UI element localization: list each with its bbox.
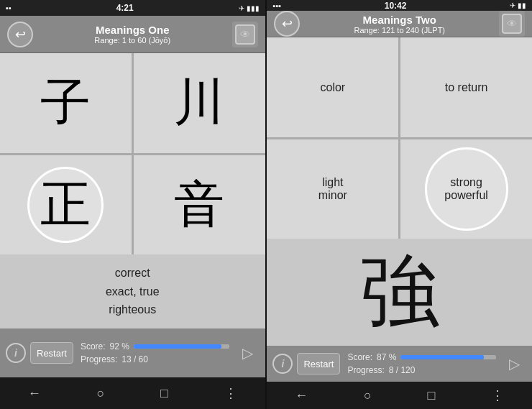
- signal-icon-two: ▪▪▪: [272, 1, 281, 10]
- meaning-cell-text-0: color: [321, 81, 346, 94]
- kanji-large-char: 強: [360, 239, 439, 346]
- info-button-two[interactable]: i: [272, 354, 293, 374]
- score-value-one: 92 %: [110, 341, 129, 351]
- status-icons-right-two: ✈ ▮▮: [510, 1, 526, 9]
- meaning-area-one: correct exact, true righteous: [0, 254, 265, 328]
- meaning-cell-text-3: strongpowerful: [444, 176, 487, 202]
- title-sub-two: Range: 121 to 240 (JLPT): [306, 26, 493, 35]
- bottom-bar-one: i Restart Score: 92 % Progress: 13 / 60 …: [0, 328, 265, 377]
- nav-menu-one[interactable]: ⋮: [219, 380, 243, 407]
- title-sub-one: Range: 1 to 60 (Jōyō): [39, 36, 226, 45]
- nav-menu-two[interactable]: ⋮: [485, 382, 510, 409]
- back-button-two[interactable]: ↩: [274, 11, 300, 37]
- kanji-large-area: 強: [267, 239, 532, 346]
- airplane-icon: ✈: [239, 4, 244, 12]
- signal-icon: ▪▪: [6, 4, 12, 12]
- app-header-one: ↩ Meanings One Range: 1 to 60 (Jōyō) 👁: [0, 16, 265, 53]
- meaning-line-3: righteous: [106, 300, 160, 319]
- kanji-char-0: 子: [40, 69, 91, 137]
- nav-home-one[interactable]: ○: [91, 380, 111, 407]
- score-label-one: Score:: [81, 341, 106, 351]
- nav-back-two[interactable]: ←: [289, 382, 313, 409]
- title-main-one: Meanings One: [39, 24, 226, 36]
- progress-label-two: Progress:: [347, 365, 384, 375]
- meaning-line-1: correct: [106, 264, 160, 282]
- header-title-one: Meanings One Range: 1 to 60 (Jōyō): [39, 24, 226, 45]
- nav-home-two[interactable]: ○: [358, 382, 377, 409]
- nav-bar-one: ← ○ □ ⋮: [0, 377, 265, 409]
- meaning-text-one: correct exact, true righteous: [106, 264, 160, 319]
- settings-icon-two: 👁: [502, 14, 522, 34]
- settings-button-two[interactable]: 👁: [499, 11, 525, 37]
- score-value-two: 87 %: [377, 352, 396, 362]
- progress-value-one: 13 / 60: [121, 354, 148, 364]
- score-label-two: Score:: [347, 352, 372, 362]
- back-icon-two: ↩: [282, 16, 293, 32]
- progress-label-one: Progress:: [81, 354, 117, 364]
- progress-value-two: 8 / 120: [389, 365, 416, 375]
- kanji-cell-0[interactable]: 子: [0, 53, 132, 153]
- nav-recent-two[interactable]: □: [422, 382, 441, 409]
- restart-button-two[interactable]: Restart: [297, 353, 340, 374]
- panel-two: ▪▪▪ 10:42 ✈ ▮▮ ↩ Meanings Two Range: 121…: [267, 0, 532, 409]
- score-progress-two: Score: 87 % Progress: 8 / 120: [344, 352, 499, 375]
- battery-icon: ▮▮▮: [247, 4, 260, 12]
- play-button-two[interactable]: ▷: [503, 352, 526, 375]
- content-area-two: color to return lightminor strongpowerfu…: [267, 37, 532, 346]
- play-button-one[interactable]: ▷: [237, 341, 260, 364]
- score-bar-one: [134, 344, 229, 349]
- score-progress-one: Score: 92 % Progress: 13 / 60: [78, 341, 232, 364]
- meaning-cell-2[interactable]: lightminor: [267, 139, 398, 239]
- settings-button-one[interactable]: 👁: [232, 22, 258, 47]
- kanji-cell-1[interactable]: 川: [134, 53, 265, 153]
- meaning-cell-text-2: lightminor: [318, 176, 347, 202]
- score-line-one: Score: 92 %: [81, 341, 229, 351]
- kanji-char-1: 川: [174, 69, 224, 137]
- header-title-two: Meanings Two Range: 121 to 240 (JLPT): [306, 14, 493, 35]
- status-icons-right: ✈ ▮▮▮: [239, 4, 260, 12]
- settings-icon-one: 👁: [235, 24, 255, 45]
- kanji-cell-3[interactable]: 音: [134, 155, 265, 255]
- eye-icon: 👁: [240, 29, 250, 40]
- restart-button-one[interactable]: Restart: [30, 342, 73, 364]
- nav-back-one[interactable]: ←: [22, 380, 47, 407]
- status-time-two: 10:42: [385, 1, 407, 11]
- meaning-cell-3[interactable]: strongpowerful: [400, 139, 532, 239]
- app-header-two: ↩ Meanings Two Range: 121 to 240 (JLPT) …: [267, 11, 532, 37]
- meaning-cell-0[interactable]: color: [267, 37, 398, 137]
- status-bar-one: ▪▪ 4:21 ✈ ▮▮▮: [0, 0, 265, 16]
- info-button-one[interactable]: i: [6, 343, 26, 363]
- status-time: 4:21: [116, 3, 134, 13]
- nav-recent-one[interactable]: □: [155, 380, 174, 407]
- title-main-two: Meanings Two: [306, 14, 493, 26]
- bottom-bar-two: i Restart Score: 87 % Progress: 8 / 120 …: [267, 346, 532, 382]
- airplane-icon-two: ✈: [510, 1, 515, 9]
- meaning-cell-1[interactable]: to return: [400, 37, 532, 137]
- back-button-one[interactable]: ↩: [7, 22, 33, 47]
- back-icon: ↩: [15, 27, 26, 42]
- progress-line-one: Progress: 13 / 60: [81, 354, 229, 364]
- status-icons-left-two: ▪▪▪: [272, 1, 281, 10]
- score-line-two: Score: 87 %: [347, 352, 496, 362]
- eye-icon-two: 👁: [507, 18, 517, 29]
- score-bar-fill-one: [134, 344, 221, 349]
- kanji-cell-2[interactable]: 正: [0, 155, 132, 255]
- meanings-grid-two: color to return lightminor strongpowerfu…: [267, 37, 532, 239]
- meaning-line-2: exact, true: [106, 282, 160, 301]
- status-icons-left: ▪▪: [6, 4, 12, 12]
- meaning-cell-text-1: to return: [445, 81, 488, 94]
- kanji-grid-one: 子 川 正 音: [0, 53, 265, 254]
- progress-line-two: Progress: 8 / 120: [347, 365, 496, 375]
- kanji-char-2: 正: [40, 171, 91, 239]
- score-bar-two: [400, 355, 496, 359]
- nav-bar-two: ← ○ □ ⋮: [267, 382, 532, 409]
- content-area-one: 子 川 正 音 correct exact, true righteous: [0, 53, 265, 328]
- status-bar-two: ▪▪▪ 10:42 ✈ ▮▮: [267, 0, 532, 11]
- score-bar-fill-two: [400, 355, 483, 359]
- panel-one: ▪▪ 4:21 ✈ ▮▮▮ ↩ Meanings One Range: 1 to…: [0, 0, 265, 409]
- battery-icon-two: ▮▮: [518, 1, 526, 9]
- kanji-char-3: 音: [174, 171, 224, 239]
